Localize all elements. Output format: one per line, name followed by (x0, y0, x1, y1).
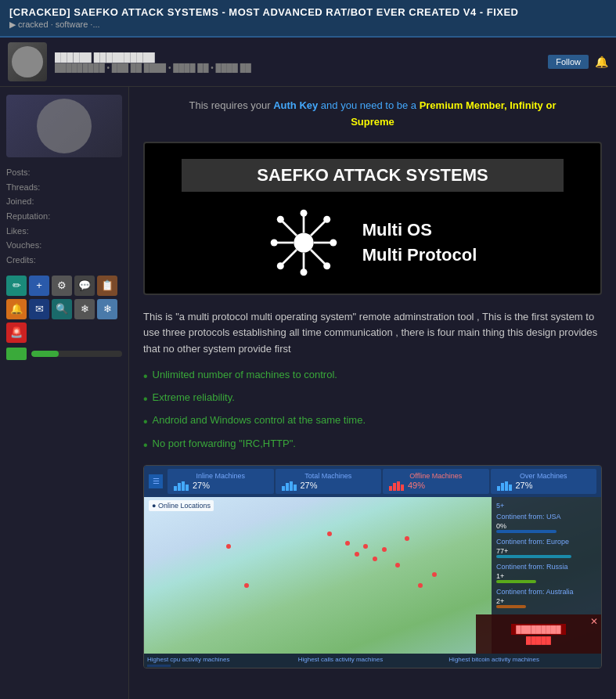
svg-point-12 (323, 262, 330, 269)
auth-prefix: This requires your (189, 99, 274, 111)
map-dot-7 (373, 557, 377, 561)
sidebar-stat-usa: Continent from: USA 0% (496, 513, 596, 533)
sidebar-add-btn[interactable]: + (29, 276, 49, 296)
map-dot-9 (395, 563, 400, 567)
threads-label: Threads: (6, 182, 40, 192)
map-dot-1 (226, 544, 231, 549)
svg-line-11 (311, 250, 325, 264)
likes-label: Likes: (6, 226, 29, 236)
sidebar-snow-btn[interactable]: ❄ (97, 299, 117, 319)
stat-inline-value: 27% (193, 481, 210, 490)
usa-bar (496, 530, 557, 533)
stat-box-inline: Inline Machines 27% (168, 469, 274, 494)
stat-offline-label: Offline Machines (389, 472, 483, 480)
feature-item-2: Extreme reliability. (143, 391, 602, 406)
map-dot-10 (405, 536, 409, 541)
map-menu-icon: ☰ (149, 474, 163, 488)
stat-over-label: Over Machines (497, 472, 591, 480)
content-area: This requires your Auth Key and you need… (129, 87, 616, 699)
svg-rect-17 (174, 486, 177, 491)
svg-rect-22 (286, 483, 289, 491)
multi-protocol-text: Multi Protocol (362, 245, 477, 265)
feature-text-1: Unlimited number of machines to control. (153, 369, 337, 380)
map-dot-3 (327, 531, 332, 536)
svg-point-2 (300, 209, 307, 216)
svg-point-14 (323, 215, 330, 222)
stat-total-value: 27% (301, 481, 318, 490)
feature-text-2: Extreme reliability. (153, 391, 235, 403)
sidebar-chat-btn[interactable]: 💬 (74, 276, 95, 296)
footer-col-2: Highest calls activity machines (298, 656, 448, 667)
header-sub: ▶ cracked · software ·... (9, 20, 607, 30)
stat-box-over: Over Machines 27% (491, 469, 597, 494)
banner-content: Multi OS Multi Protocol (160, 207, 585, 278)
svg-rect-26 (393, 483, 396, 491)
page-title: [CRACKED] SAEFKO ATTACK SYSTEMS - MOST A… (9, 6, 607, 18)
map-footer: Highest cpu activity machines Highest ca… (144, 654, 601, 668)
svg-rect-20 (186, 485, 189, 491)
stat-offline-value: 49% (408, 481, 425, 490)
svg-line-9 (283, 222, 297, 236)
stat-bar-icon-1 (174, 480, 189, 491)
sidebar-mail-btn[interactable]: ✉ (29, 299, 49, 319)
sidebar-settings-btn[interactable]: ⚙ (52, 276, 72, 296)
close-overlay-btn[interactable]: ✕ (590, 616, 598, 627)
sidebar-notify-btn[interactable]: 🔔 (6, 299, 27, 319)
feature-item-1: Unlimited number of machines to control. (143, 369, 602, 384)
auth-middle: and you need to be a (318, 99, 419, 111)
svg-point-4 (300, 268, 307, 276)
sidebar-list-btn[interactable]: 📋 (97, 276, 117, 296)
svg-rect-18 (178, 483, 181, 491)
progress-bar-fill (31, 351, 59, 357)
sidebar-button-row-1: ✏ + ⚙ 💬 📋 (6, 276, 122, 296)
sidebar-avatar (37, 99, 92, 153)
bottom-overlay: ✕ █████████ █████ (476, 614, 601, 654)
europe-bar (496, 555, 571, 558)
sidebar-stat-russia: Continent from: Russia 1+ (496, 563, 596, 583)
sidebar-extra-btn[interactable]: ❄ (74, 299, 95, 319)
progress-bar-bg (31, 351, 122, 357)
svg-rect-30 (501, 483, 504, 491)
svg-rect-25 (389, 486, 392, 491)
sidebar-live-label: 5+ (496, 502, 596, 510)
svg-line-15 (283, 250, 297, 264)
map-body: ● Online Locations 5+ Continen (144, 497, 601, 654)
product-banner: SAEFKO ATTACK SYSTEMS (143, 142, 602, 295)
svg-rect-27 (397, 481, 400, 491)
sidebar-alert-btn[interactable]: 🚨 (6, 322, 27, 343)
map-dot-8 (382, 547, 387, 552)
user-bar-right: Follow 🔔 (548, 55, 608, 69)
sidebar-edit-btn[interactable]: ✏ (6, 276, 27, 296)
header-bar: [CRACKED] SAEFKO ATTACK SYSTEMS - MOST A… (0, 0, 616, 38)
network-icon (268, 207, 339, 278)
svg-point-0 (294, 232, 313, 252)
feature-item-3: Android and Windows control at the same … (143, 414, 602, 429)
banner-text: Multi OS Multi Protocol (362, 220, 477, 265)
feature-item-4: No port forwarding "IRC,HTTP". (143, 438, 602, 452)
posts-label: Posts: (6, 168, 31, 177)
stat-bar-icon-3 (389, 480, 405, 491)
sidebar-avatar-box (6, 95, 122, 157)
stat-total-label: Total Machines (282, 472, 376, 480)
auth-key-text: Auth Key (273, 99, 318, 111)
svg-rect-31 (505, 481, 508, 491)
supreme-text: Supreme (351, 116, 394, 128)
premium-text: Premium Member, Infinity or (420, 99, 557, 111)
map-dot-6 (363, 544, 368, 549)
svg-rect-21 (282, 486, 285, 491)
australia-bar (496, 605, 526, 608)
description-text: This is "a multi protocol multi operatin… (143, 309, 602, 358)
svg-point-6 (270, 239, 277, 246)
map-dot-5 (355, 552, 359, 557)
sidebar-stat-europe: Continent from: Europe 77+ (496, 538, 596, 558)
feature-list: Unlimited number of machines to control.… (143, 369, 602, 452)
sidebar-button-row-2: 🔔 ✉ 🔍 ❄ ❄ (6, 299, 122, 319)
svg-rect-28 (401, 485, 404, 491)
banner-title: SAEFKO ATTACK SYSTEMS (182, 159, 564, 192)
follow-button[interactable]: Follow (548, 55, 589, 69)
user-meta: █████████ • ███ ██ ████ • ████ ██ • ████… (55, 63, 548, 72)
map-dot-11 (418, 583, 423, 588)
sidebar-search-btn[interactable]: 🔍 (52, 299, 72, 319)
sidebar-stat-australia: Continent from: Australia 2+ (496, 588, 596, 608)
joined-label: Joined: (6, 196, 34, 206)
